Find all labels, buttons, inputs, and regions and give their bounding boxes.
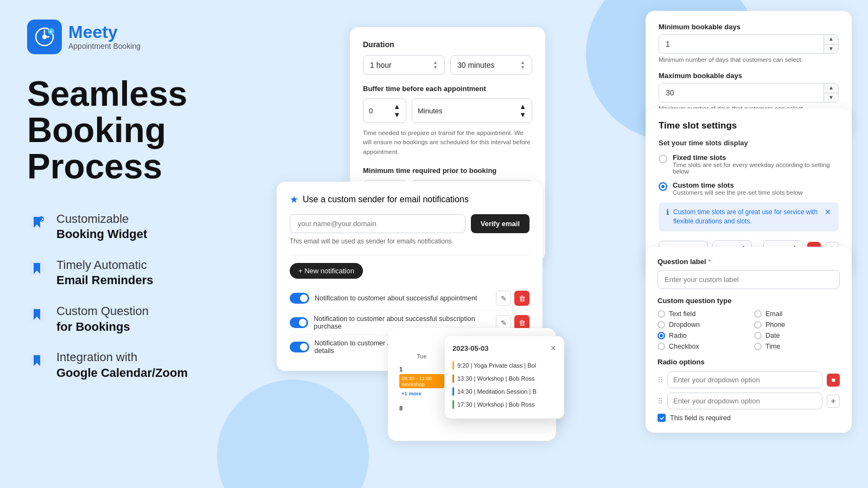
divider — [290, 255, 529, 255]
feature-text-email: Timely Automatic Email Reminders — [56, 258, 154, 288]
buffer-unit-select[interactable]: Minutes ▲▼ — [412, 98, 532, 123]
headline-line1: Seamless — [27, 74, 187, 113]
question-type-grid: Text field Email Dropdown Phone Radio Da… — [658, 310, 840, 350]
type-textfield-radio[interactable] — [658, 310, 665, 318]
type-email-radio[interactable] — [754, 310, 762, 318]
feature-text-question: Custom Question for Bookings — [56, 304, 149, 335]
type-checkbox-radio[interactable] — [658, 343, 665, 350]
radio-options-label: Radio options — [658, 358, 840, 366]
fixed-option-text: Fixed time slots Time slots are set for … — [673, 153, 839, 175]
max-bookable-input-row: ▲ ▼ — [659, 83, 839, 102]
type-date-radio[interactable] — [754, 332, 762, 339]
min-bookable-input-row: ▲ ▼ — [659, 34, 839, 54]
min-bookable-input[interactable] — [659, 35, 824, 53]
option-input-2[interactable] — [667, 393, 822, 409]
popup-event-2: 13:30 | Workshop | Bob Ross — [452, 372, 557, 385]
cal-day-tue: Tue — [398, 351, 446, 362]
event-bar-2 — [452, 374, 454, 383]
edit-notif-1-button[interactable]: ✎ — [496, 291, 511, 306]
min-time-title: Minimum time required prior to booking — [363, 166, 532, 175]
feature-text-widget: Customizable Booking Widget — [56, 211, 147, 242]
popup-event-label-4: 17:30 | Workshop | Bob Ross — [457, 401, 534, 408]
timeslot-subtitle: Set your time slots display — [659, 139, 839, 147]
email-hint: This email will be used as sender for em… — [290, 237, 529, 245]
max-bookable-up[interactable]: ▲ — [824, 84, 838, 93]
radio-option-row-1: ⠿ ■ — [658, 371, 840, 388]
notif-toggle-1[interactable] — [290, 293, 309, 304]
chevrons-icon-2: ▲▼ — [520, 60, 525, 70]
fixed-timeslot-option[interactable]: Fixed time slots Time slots are set for … — [659, 153, 839, 175]
popup-card: 2023-05-03 ✕ 9:20 | Yoga Private class |… — [445, 336, 564, 419]
info-banner-text: Custom time slots are of great use for s… — [673, 208, 820, 226]
popup-close-button[interactable]: ✕ — [550, 344, 557, 352]
option-input-1[interactable] — [667, 371, 822, 388]
drag-handle-1[interactable]: ⠿ — [658, 376, 663, 384]
cal-event-more[interactable]: +1 more — [399, 389, 444, 397]
required-star: * — [709, 258, 711, 266]
feature-item-widget: ↗ Customizable Booking Widget — [27, 211, 260, 242]
custom-radio-desc: Customers will see the pre-set time slot… — [673, 189, 803, 196]
notif-toggle-3[interactable] — [290, 342, 309, 352]
verify-email-button[interactable]: Verify email — [471, 214, 529, 233]
buffer-unit-chevrons: ▲▼ — [519, 102, 526, 119]
type-radio-radio[interactable] — [658, 332, 665, 339]
duration-hours-select[interactable]: 1 hour ▲▼ — [363, 55, 445, 75]
buffer-value-select[interactable]: 0 ▲▼ — [363, 98, 406, 123]
headline-line2: Booking Process — [27, 111, 166, 186]
type-time[interactable]: Time — [754, 343, 840, 350]
delete-option-1-button[interactable]: ■ — [827, 374, 840, 387]
type-time-radio[interactable] — [754, 343, 762, 350]
custom-radio[interactable] — [659, 182, 667, 191]
required-checkbox-label: This field is required — [670, 414, 731, 422]
type-time-label: Time — [765, 343, 780, 350]
min-bookable-down[interactable]: ▼ — [824, 44, 838, 54]
feature-item-email: Timely Automatic Email Reminders — [27, 258, 260, 288]
info-icon: ℹ — [666, 208, 669, 216]
max-bookable-input[interactable] — [659, 84, 824, 102]
buffer-title: Buffer time before each appointment — [363, 85, 532, 93]
notif-toggle-2[interactable] — [290, 317, 308, 328]
type-date[interactable]: Date — [754, 332, 840, 339]
type-phone-label: Phone — [765, 321, 785, 329]
pin-icon-question — [27, 305, 47, 324]
feature-item-question: Custom Question for Bookings — [27, 304, 260, 335]
duration-minutes-select[interactable]: 30 minutes ▲▼ — [450, 55, 532, 75]
custom-timeslot-option[interactable]: Custom time slots Customers will see the… — [659, 181, 839, 196]
fixed-radio[interactable] — [659, 155, 667, 163]
event-bar-1 — [452, 361, 454, 370]
info-banner-close-button[interactable]: ✕ — [825, 208, 831, 216]
email-header-text: Use a custom sender for email notificati… — [303, 195, 469, 204]
popup-header: 2023-05-03 ✕ — [452, 344, 557, 352]
drag-handle-2[interactable]: ⠿ — [658, 397, 663, 406]
min-bookable-hint: Minimum number of days that customers ca… — [659, 56, 839, 63]
min-bookable-up[interactable]: ▲ — [824, 35, 838, 44]
buffer-chevrons: ▲▼ — [393, 102, 400, 119]
type-checkbox[interactable]: Checkbox — [658, 343, 743, 350]
email-input[interactable] — [290, 214, 465, 233]
popup-event-label-2: 13:30 | Workshop | Bob Ross — [457, 375, 534, 382]
cal-cell-8[interactable]: 8 — [398, 403, 446, 432]
type-date-label: Date — [765, 332, 780, 339]
new-notification-button[interactable]: + New notification — [290, 263, 363, 279]
delete-notif-1-button[interactable]: 🗑 — [514, 291, 529, 306]
svg-text:+: + — [49, 29, 52, 35]
question-label-input[interactable] — [658, 270, 840, 289]
cal-cell-1[interactable]: 1 09:30 - 11:00Workshop +1 more — [398, 364, 446, 401]
add-option-button[interactable]: + — [827, 395, 840, 408]
notif-row-1: Notification to customer about successfu… — [290, 286, 529, 311]
type-textfield[interactable]: Text field — [658, 310, 743, 318]
fixed-radio-label: Fixed time slots — [673, 153, 839, 162]
max-bookable-down[interactable]: ▼ — [824, 93, 838, 102]
type-radio[interactable]: Radio — [658, 332, 743, 339]
type-phone-radio[interactable] — [754, 321, 762, 329]
email-input-row: Verify email — [290, 214, 529, 233]
logo-container: + Meety Appointment Booking — [27, 20, 260, 54]
feature-list: ↗ Customizable Booking Widget Timely Aut… — [27, 211, 260, 381]
type-checkbox-label: Checkbox — [669, 343, 699, 350]
type-phone[interactable]: Phone — [754, 321, 840, 329]
feature-text-integration: Integration with Google Calendar/Zoom — [56, 350, 188, 381]
type-dropdown[interactable]: Dropdown — [658, 321, 743, 329]
type-dropdown-radio[interactable] — [658, 321, 665, 329]
type-email[interactable]: Email — [754, 310, 840, 318]
required-checkbox[interactable] — [658, 414, 666, 422]
